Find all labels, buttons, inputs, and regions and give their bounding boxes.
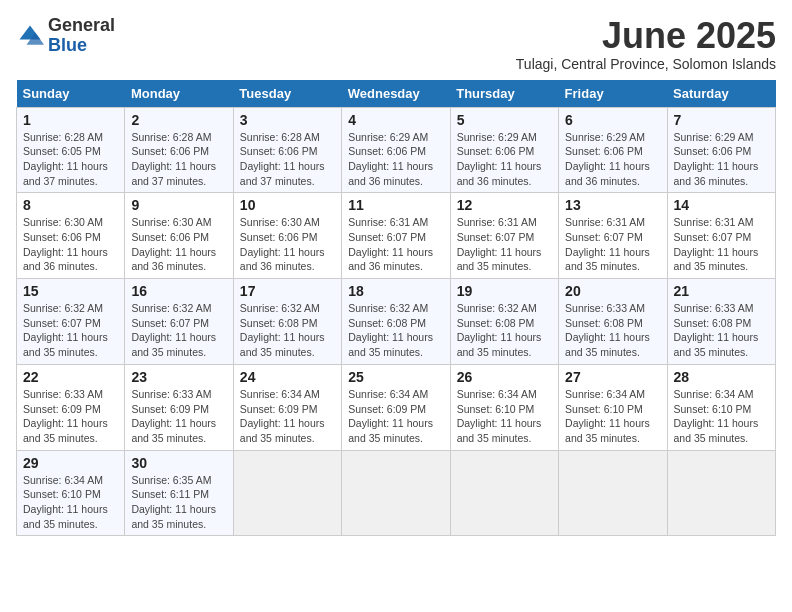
calendar-week-4: 22Sunrise: 6:33 AMSunset: 6:09 PMDayligh… <box>17 364 776 450</box>
calendar-cell: 18Sunrise: 6:32 AMSunset: 6:08 PMDayligh… <box>342 279 450 365</box>
calendar-cell: 21Sunrise: 6:33 AMSunset: 6:08 PMDayligh… <box>667 279 775 365</box>
calendar-cell <box>450 450 558 536</box>
calendar-cell: 12Sunrise: 6:31 AMSunset: 6:07 PMDayligh… <box>450 193 558 279</box>
weekday-header-wednesday: Wednesday <box>342 80 450 108</box>
day-number: 3 <box>240 112 335 128</box>
calendar-table: SundayMondayTuesdayWednesdayThursdayFrid… <box>16 80 776 537</box>
page-header: General Blue June 2025 Tulagi, Central P… <box>16 16 776 72</box>
day-info: Sunrise: 6:29 AMSunset: 6:06 PMDaylight:… <box>348 130 443 189</box>
day-info: Sunrise: 6:30 AMSunset: 6:06 PMDaylight:… <box>131 215 226 274</box>
day-number: 11 <box>348 197 443 213</box>
day-info: Sunrise: 6:34 AMSunset: 6:10 PMDaylight:… <box>23 473 118 532</box>
day-number: 27 <box>565 369 660 385</box>
day-info: Sunrise: 6:29 AMSunset: 6:06 PMDaylight:… <box>674 130 769 189</box>
logo: General Blue <box>16 16 115 56</box>
day-info: Sunrise: 6:28 AMSunset: 6:05 PMDaylight:… <box>23 130 118 189</box>
calendar-cell: 7Sunrise: 6:29 AMSunset: 6:06 PMDaylight… <box>667 107 775 193</box>
day-number: 9 <box>131 197 226 213</box>
calendar-cell: 9Sunrise: 6:30 AMSunset: 6:06 PMDaylight… <box>125 193 233 279</box>
day-info: Sunrise: 6:32 AMSunset: 6:08 PMDaylight:… <box>457 301 552 360</box>
day-number: 6 <box>565 112 660 128</box>
calendar-cell: 15Sunrise: 6:32 AMSunset: 6:07 PMDayligh… <box>17 279 125 365</box>
day-number: 5 <box>457 112 552 128</box>
calendar-cell <box>667 450 775 536</box>
calendar-cell: 8Sunrise: 6:30 AMSunset: 6:06 PMDaylight… <box>17 193 125 279</box>
day-info: Sunrise: 6:33 AMSunset: 6:09 PMDaylight:… <box>23 387 118 446</box>
day-number: 10 <box>240 197 335 213</box>
day-info: Sunrise: 6:34 AMSunset: 6:10 PMDaylight:… <box>565 387 660 446</box>
calendar-cell <box>342 450 450 536</box>
weekday-header-saturday: Saturday <box>667 80 775 108</box>
day-number: 17 <box>240 283 335 299</box>
calendar-cell: 10Sunrise: 6:30 AMSunset: 6:06 PMDayligh… <box>233 193 341 279</box>
day-info: Sunrise: 6:33 AMSunset: 6:09 PMDaylight:… <box>131 387 226 446</box>
calendar-cell: 24Sunrise: 6:34 AMSunset: 6:09 PMDayligh… <box>233 364 341 450</box>
day-info: Sunrise: 6:31 AMSunset: 6:07 PMDaylight:… <box>674 215 769 274</box>
day-info: Sunrise: 6:34 AMSunset: 6:10 PMDaylight:… <box>457 387 552 446</box>
day-number: 24 <box>240 369 335 385</box>
day-number: 15 <box>23 283 118 299</box>
calendar-header-row: SundayMondayTuesdayWednesdayThursdayFrid… <box>17 80 776 108</box>
day-info: Sunrise: 6:34 AMSunset: 6:09 PMDaylight:… <box>240 387 335 446</box>
calendar-cell: 29Sunrise: 6:34 AMSunset: 6:10 PMDayligh… <box>17 450 125 536</box>
day-info: Sunrise: 6:34 AMSunset: 6:09 PMDaylight:… <box>348 387 443 446</box>
weekday-header-friday: Friday <box>559 80 667 108</box>
calendar-cell <box>559 450 667 536</box>
calendar-cell: 17Sunrise: 6:32 AMSunset: 6:08 PMDayligh… <box>233 279 341 365</box>
day-number: 12 <box>457 197 552 213</box>
day-number: 19 <box>457 283 552 299</box>
day-number: 30 <box>131 455 226 471</box>
calendar-cell: 26Sunrise: 6:34 AMSunset: 6:10 PMDayligh… <box>450 364 558 450</box>
day-info: Sunrise: 6:34 AMSunset: 6:10 PMDaylight:… <box>674 387 769 446</box>
day-number: 14 <box>674 197 769 213</box>
logo-blue-text: Blue <box>48 35 87 55</box>
calendar-cell: 3Sunrise: 6:28 AMSunset: 6:06 PMDaylight… <box>233 107 341 193</box>
calendar-cell: 1Sunrise: 6:28 AMSunset: 6:05 PMDaylight… <box>17 107 125 193</box>
title-block: June 2025 Tulagi, Central Province, Solo… <box>516 16 776 72</box>
calendar-cell: 4Sunrise: 6:29 AMSunset: 6:06 PMDaylight… <box>342 107 450 193</box>
location-subtitle: Tulagi, Central Province, Solomon Island… <box>516 56 776 72</box>
day-info: Sunrise: 6:33 AMSunset: 6:08 PMDaylight:… <box>565 301 660 360</box>
day-info: Sunrise: 6:31 AMSunset: 6:07 PMDaylight:… <box>457 215 552 274</box>
day-number: 18 <box>348 283 443 299</box>
logo-icon <box>16 22 44 50</box>
calendar-week-2: 8Sunrise: 6:30 AMSunset: 6:06 PMDaylight… <box>17 193 776 279</box>
weekday-header-sunday: Sunday <box>17 80 125 108</box>
month-year-title: June 2025 <box>516 16 776 56</box>
day-number: 21 <box>674 283 769 299</box>
day-number: 20 <box>565 283 660 299</box>
calendar-cell: 25Sunrise: 6:34 AMSunset: 6:09 PMDayligh… <box>342 364 450 450</box>
day-number: 1 <box>23 112 118 128</box>
day-number: 28 <box>674 369 769 385</box>
day-number: 16 <box>131 283 226 299</box>
day-info: Sunrise: 6:30 AMSunset: 6:06 PMDaylight:… <box>23 215 118 274</box>
calendar-cell: 20Sunrise: 6:33 AMSunset: 6:08 PMDayligh… <box>559 279 667 365</box>
calendar-cell: 13Sunrise: 6:31 AMSunset: 6:07 PMDayligh… <box>559 193 667 279</box>
day-info: Sunrise: 6:32 AMSunset: 6:07 PMDaylight:… <box>23 301 118 360</box>
day-number: 7 <box>674 112 769 128</box>
day-info: Sunrise: 6:33 AMSunset: 6:08 PMDaylight:… <box>674 301 769 360</box>
calendar-cell: 2Sunrise: 6:28 AMSunset: 6:06 PMDaylight… <box>125 107 233 193</box>
day-info: Sunrise: 6:28 AMSunset: 6:06 PMDaylight:… <box>131 130 226 189</box>
day-number: 23 <box>131 369 226 385</box>
calendar-week-5: 29Sunrise: 6:34 AMSunset: 6:10 PMDayligh… <box>17 450 776 536</box>
calendar-body: 1Sunrise: 6:28 AMSunset: 6:05 PMDaylight… <box>17 107 776 536</box>
day-info: Sunrise: 6:31 AMSunset: 6:07 PMDaylight:… <box>348 215 443 274</box>
day-number: 22 <box>23 369 118 385</box>
calendar-cell: 11Sunrise: 6:31 AMSunset: 6:07 PMDayligh… <box>342 193 450 279</box>
calendar-cell: 22Sunrise: 6:33 AMSunset: 6:09 PMDayligh… <box>17 364 125 450</box>
day-info: Sunrise: 6:29 AMSunset: 6:06 PMDaylight:… <box>565 130 660 189</box>
calendar-cell: 30Sunrise: 6:35 AMSunset: 6:11 PMDayligh… <box>125 450 233 536</box>
day-info: Sunrise: 6:35 AMSunset: 6:11 PMDaylight:… <box>131 473 226 532</box>
weekday-header-tuesday: Tuesday <box>233 80 341 108</box>
day-number: 4 <box>348 112 443 128</box>
weekday-header-thursday: Thursday <box>450 80 558 108</box>
day-number: 8 <box>23 197 118 213</box>
calendar-cell: 5Sunrise: 6:29 AMSunset: 6:06 PMDaylight… <box>450 107 558 193</box>
day-info: Sunrise: 6:30 AMSunset: 6:06 PMDaylight:… <box>240 215 335 274</box>
weekday-header-monday: Monday <box>125 80 233 108</box>
calendar-cell: 14Sunrise: 6:31 AMSunset: 6:07 PMDayligh… <box>667 193 775 279</box>
day-number: 29 <box>23 455 118 471</box>
day-number: 25 <box>348 369 443 385</box>
calendar-week-1: 1Sunrise: 6:28 AMSunset: 6:05 PMDaylight… <box>17 107 776 193</box>
